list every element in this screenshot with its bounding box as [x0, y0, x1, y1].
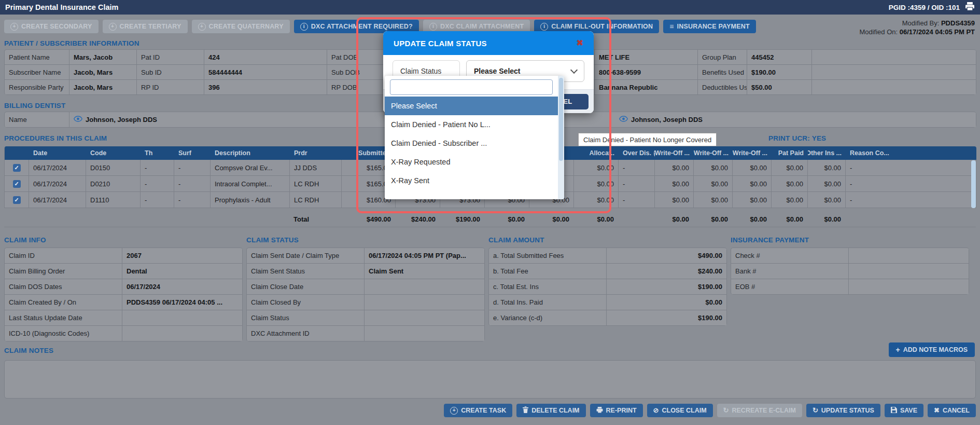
billing-section-title: BILLING DENTIST	[4, 102, 66, 109]
cell: Claim Sent Status	[247, 264, 365, 279]
plus-circle-icon: +	[450, 406, 458, 415]
checkbox-checked-icon[interactable]: ✓	[13, 196, 21, 204]
add-note-macros-button[interactable]: + ADD NOTE MACROS	[889, 342, 975, 357]
action-button-close-claim[interactable]: ⊘CLOSE CLAIM	[647, 404, 713, 417]
column-header-label: Other Ins ...	[808, 149, 842, 157]
cell: RP ID	[137, 80, 204, 95]
cell: -	[619, 176, 655, 192]
claim-notes-textarea[interactable]	[4, 360, 976, 399]
column-header-label: Write-Off ...	[655, 149, 690, 157]
action-button-delete-claim[interactable]: DELETE CLAIM	[516, 404, 585, 417]
table-row: Claim Status	[247, 310, 485, 326]
cell: LC RDH	[290, 176, 342, 192]
printer-icon[interactable]	[965, 2, 975, 12]
refresh-icon: ↻	[813, 407, 818, 414]
cell: $0.00	[574, 192, 619, 208]
table-row: ICD-10 (Diagnostic Codes)	[5, 326, 243, 341]
cell: 06/17/2024	[122, 279, 243, 295]
action-button-save[interactable]: SAVE	[885, 404, 923, 417]
procedures-total-row: Total$490.00$240.00$190.00$0.00$0.00$0.0…	[4, 211, 976, 227]
printer-icon	[596, 407, 603, 415]
cell	[365, 279, 485, 295]
claim-amount-table: a. Total Submitted Fees$490.00b. Total F…	[488, 248, 727, 326]
toolbar-button-label: INSURANCE PAYMENT	[677, 23, 750, 30]
action-button-re-print[interactable]: RE-PRINT	[590, 404, 643, 417]
cell: -	[174, 160, 211, 176]
eye-icon[interactable]	[619, 116, 628, 124]
table-row: Claim Close Date	[247, 279, 485, 295]
insurance-payment-title: INSURANCE PAYMENT	[731, 236, 809, 244]
cell: Claim Sent Date / Claim Type	[247, 248, 365, 264]
total-cell: $190.00	[440, 215, 484, 223]
cell: Subscriber Name	[5, 65, 69, 80]
table-row: Claim ID2067	[5, 248, 243, 264]
table-row: a. Total Submitted Fees$490.00	[489, 248, 727, 264]
checkbox-checked-icon[interactable]: ✓	[13, 164, 21, 172]
table-row: Claim Created By / OnPDDS4359 06/17/2024…	[5, 295, 243, 310]
cell: D0150	[86, 160, 141, 176]
column-header-label: Allocat..	[589, 149, 614, 157]
toolbar-button-create-tertiary: +CREATE TERTIARY	[103, 20, 188, 33]
column-header-label: Write-Off ...	[694, 149, 729, 157]
cell: d. Total Ins. Paid	[489, 295, 607, 310]
list-icon: ≡	[669, 23, 674, 31]
cell: 800-638-9599	[595, 65, 698, 80]
dropdown-option[interactable]: Please Select	[385, 97, 558, 115]
action-button-label: DELETE CLAIM	[531, 407, 579, 414]
table-scrollbar[interactable]	[971, 160, 976, 208]
cell: $240.00	[607, 264, 727, 279]
toolbar-button-label: DXC CLAIM ATTACHMENT	[440, 23, 524, 30]
cell	[365, 326, 485, 341]
action-button-row: +CREATE TASKDELETE CLAIMRE-PRINT⊘CLOSE C…	[444, 404, 976, 417]
toolbar-button-label: DXC ATTACHMENT REQUIRED?	[311, 23, 413, 30]
plus-circle-icon: +	[10, 22, 18, 31]
dropdown-option[interactable]: Claim Denied - Patient No L...	[385, 115, 558, 134]
cell: b. Total Fee	[489, 264, 607, 279]
cell: Dental	[122, 264, 243, 279]
cell	[849, 264, 969, 279]
cell: c. Total Est. Ins	[489, 279, 607, 295]
dropdown-options: Please SelectClaim Denied - Patient No L…	[385, 97, 558, 190]
dropdown-search-input[interactable]	[390, 79, 553, 95]
claim-status-title: CLAIM STATUS	[246, 236, 299, 244]
cell: Claim Sent	[365, 264, 485, 279]
cell: $0.00	[772, 176, 808, 192]
close-icon[interactable]: ✖	[577, 39, 583, 47]
billing-dentist-name: Johnson, Joseph DDS	[86, 116, 157, 124]
cell: $0.00	[733, 160, 772, 176]
cell	[849, 279, 969, 295]
cell: $190.00	[607, 279, 727, 295]
cell: $0.00	[574, 176, 619, 192]
cell	[365, 295, 485, 310]
cell-checkbox: ✓	[5, 176, 29, 192]
cell: 06/17/2024 04:05 PM PT (Pap...	[365, 248, 485, 264]
action-button-create-task[interactable]: +CREATE TASK	[444, 404, 512, 417]
plus-icon: +	[896, 346, 900, 354]
column-header: Date	[29, 146, 86, 160]
modified-by-label: Modified By:	[902, 19, 940, 27]
cell: $0.00	[694, 176, 733, 192]
cell: 396	[204, 80, 327, 95]
eye-icon[interactable]	[74, 116, 82, 124]
cell: $490.00	[607, 248, 727, 264]
toolbar-button-insurance-payment[interactable]: ≡INSURANCE PAYMENT	[663, 20, 756, 33]
action-button-update-status[interactable]: ↻UPDATE STATUS	[806, 404, 880, 417]
dropdown-option[interactable]: X-Ray Requested	[385, 153, 558, 171]
dropdown-scrollbar-thumb[interactable]	[559, 78, 563, 161]
page-title: Primary Dental Insurance Claim	[5, 3, 118, 11]
column-header-label: Surf	[178, 149, 191, 157]
toolbar-button-create-secondary: +CREATE SECONDARY	[4, 20, 99, 33]
table-row: Bank #	[731, 264, 969, 279]
claim-amount-title: CLAIM AMOUNT	[488, 236, 544, 244]
cell: Check #	[731, 248, 849, 264]
action-button-cancel[interactable]: ✖CANCEL	[928, 404, 976, 417]
cell: $0.00	[772, 160, 808, 176]
dropdown-option[interactable]: X-Ray Sent	[385, 171, 558, 190]
column-header: Other Ins ...	[808, 146, 846, 160]
total-cell: $0.00	[529, 215, 573, 223]
column-header: Over Dis.?	[619, 146, 655, 160]
action-button-recreate-e-claim: ↻RECREATE E-CLAIM	[717, 404, 802, 417]
dropdown-option[interactable]: Claim Denied - Subscriber ...	[385, 134, 558, 153]
checkbox-checked-icon[interactable]: ✓	[13, 180, 21, 188]
claim-page: Primary Dental Insurance Claim PGID :435…	[0, 0, 980, 425]
